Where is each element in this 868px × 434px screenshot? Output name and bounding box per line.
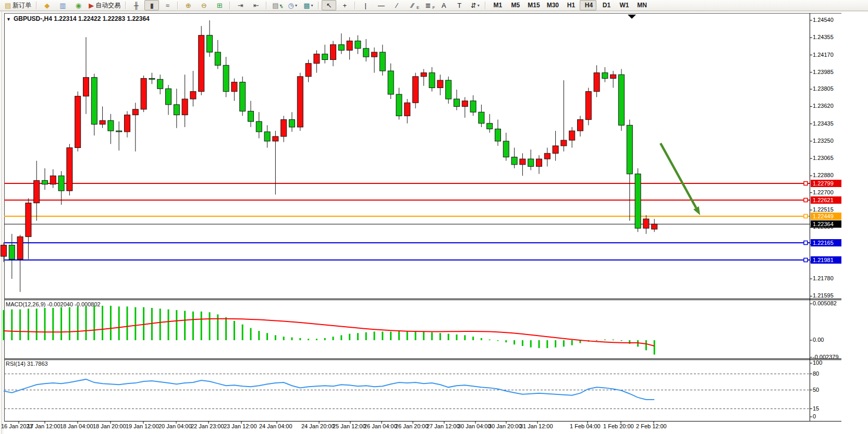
channel-icon: ∕∕	[411, 2, 413, 9]
tf-mn-button[interactable]: MN	[633, 0, 650, 10]
line-chart-button[interactable]: ≈	[160, 0, 175, 10]
tf-w1-button[interactable]: W1	[615, 0, 632, 10]
macd-histogram-bar	[135, 307, 136, 340]
trend-arrow-shaft[interactable]	[661, 143, 696, 208]
macd-histogram-bar	[93, 306, 95, 340]
candle-body	[83, 78, 89, 96]
tf-m5-button[interactable]: M5	[506, 0, 523, 10]
candle-body	[561, 140, 567, 146]
macd-histogram-bar	[546, 340, 548, 348]
tf-h1-button[interactable]: H1	[562, 0, 579, 10]
macd-histogram-bar	[571, 340, 573, 345]
candle-body	[602, 73, 608, 79]
charts-grid-button[interactable]: ◆	[40, 0, 54, 10]
navigator-button[interactable]: ◉	[71, 0, 85, 10]
trendline-icon: ∕	[396, 2, 397, 9]
line-handle[interactable]	[804, 181, 808, 185]
macd-histogram-bar	[69, 307, 70, 340]
chart-canvas[interactable]	[0, 0, 868, 434]
candle-body	[190, 92, 196, 99]
trend-arrow-head[interactable]	[693, 206, 700, 215]
macd-histogram-bar	[613, 340, 614, 340]
candle-body	[446, 80, 451, 99]
candle-body	[380, 52, 385, 71]
candle-body	[26, 203, 31, 237]
candle-body	[610, 75, 616, 78]
toolbar-separator	[318, 2, 319, 9]
plus-icon: +	[280, 5, 283, 9]
tf-m1-button[interactable]: M1	[488, 0, 505, 10]
tf-m15-button-label: M15	[528, 2, 540, 9]
toolbar-separator	[125, 2, 126, 9]
candle-body	[511, 157, 517, 164]
candle-body	[281, 120, 287, 137]
tf-d1-button[interactable]: D1	[597, 0, 614, 10]
candle-body	[248, 111, 254, 121]
sub-letter: E	[417, 6, 419, 10]
candle-body	[396, 94, 402, 116]
macd-histogram-bar	[291, 337, 293, 340]
cursor-button[interactable]: ↖	[322, 0, 336, 10]
bar-chart-button[interactable]: ╫	[129, 0, 143, 10]
line-handle[interactable]	[804, 258, 808, 262]
text-button[interactable]: A	[436, 0, 451, 10]
macd-histogram-bar	[374, 331, 375, 340]
zoom-in-icon: ⊕	[186, 2, 191, 9]
shift-chart-end-button[interactable]: ⇥	[233, 0, 248, 10]
crosshair-button[interactable]: +	[337, 0, 352, 10]
template-button[interactable]: ▩▾	[301, 0, 315, 10]
macd-histogram-bar	[407, 331, 408, 340]
main-toolbar: ▤新订单◆▥◉▶自动交易╫▮≈⊕⊖⊞⇥⇤▤+▾◷▾▩▾↖+|—∕∕∕E≣FAT⇵…	[0, 0, 868, 11]
periods-icon: ◷	[288, 2, 294, 9]
zoom-out-button[interactable]: ⊖	[197, 0, 211, 10]
arrows-button[interactable]: ⇵▾	[468, 0, 482, 10]
candle-body	[495, 129, 501, 141]
macd-histogram-bar	[423, 331, 424, 340]
line-handle[interactable]	[804, 198, 808, 202]
toolbar-separator	[177, 2, 178, 9]
tile-windows-button[interactable]: ⊞	[212, 0, 227, 10]
candle-body	[42, 180, 48, 184]
text-label-button[interactable]: T	[452, 0, 467, 10]
macd-histogram-bar	[258, 331, 260, 340]
channel-button[interactable]: ∕∕E	[405, 0, 420, 10]
market-watch-button[interactable]: ▥	[55, 0, 70, 10]
trendline-button[interactable]: ∕	[389, 0, 404, 10]
tf-m30-button[interactable]: M30	[543, 0, 561, 10]
macd-histogram-bar	[127, 306, 128, 340]
indicators-button[interactable]: ▤+▾	[270, 0, 284, 10]
macd-histogram-bar	[382, 331, 383, 340]
candle-body	[536, 159, 542, 166]
toolbar-separator	[354, 2, 356, 9]
tf-h4-button[interactable]: H4	[580, 0, 596, 10]
macd-histogram-bar	[522, 340, 523, 346]
candle-body	[413, 77, 419, 103]
candle-body	[141, 78, 146, 109]
candle-body	[116, 131, 122, 132]
chart-shift-marker[interactable]	[628, 15, 636, 19]
macd-histogram-bar	[308, 339, 309, 340]
candle-chart-button[interactable]: ▮	[144, 0, 159, 10]
macd-histogram-bar	[390, 331, 392, 340]
tf-m15-button[interactable]: M15	[524, 0, 542, 10]
zoom-in-button[interactable]: ⊕	[181, 0, 195, 10]
periods-button[interactable]: ◷▾	[285, 0, 300, 10]
macd-histogram-bar	[596, 340, 597, 341]
market-watch-icon: ▥	[59, 2, 66, 9]
auto-trading-button[interactable]: ▶自动交易	[87, 0, 123, 10]
fibonacci-button[interactable]: ≣F	[421, 0, 435, 10]
new-order-button[interactable]: ▤新订单	[3, 0, 33, 10]
macd-histogram-bar	[365, 332, 367, 340]
macd-histogram-bar	[316, 339, 317, 340]
tf-h1-button-label: H1	[567, 2, 575, 9]
horizontal-line-button[interactable]: —	[374, 0, 388, 10]
macd-histogram-bar	[52, 308, 54, 340]
line-handle[interactable]	[804, 241, 808, 244]
auto-scroll-button[interactable]: ⇤	[249, 0, 263, 10]
macd-histogram-bar	[456, 334, 458, 340]
sub-letter: F	[432, 6, 435, 10]
line-handle[interactable]	[804, 214, 808, 218]
vertical-line-button[interactable]: |	[358, 0, 373, 10]
macd-histogram-bar	[234, 321, 235, 340]
candle-body	[264, 132, 270, 141]
